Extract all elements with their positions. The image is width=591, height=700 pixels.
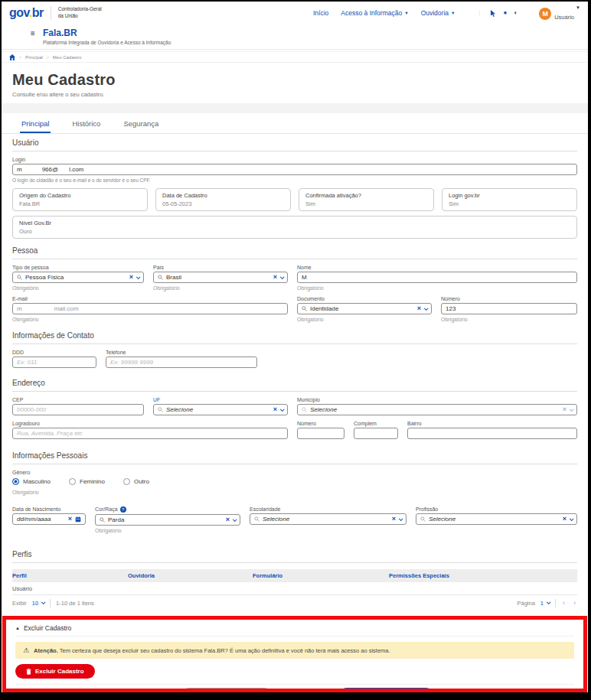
menu-icon[interactable]: ≡ <box>31 29 35 37</box>
section-contato: Informações de Contato <box>12 331 577 344</box>
form-actions <box>15 688 574 692</box>
login-input[interactable]: m966@l.com <box>12 164 577 175</box>
form-content: Usuário Login m966@l.com O login do cida… <box>2 138 588 610</box>
nav-inicio[interactable]: Início <box>313 9 328 17</box>
search-icon <box>302 306 307 311</box>
accessibility-icons: ● ◐ <box>479 10 518 17</box>
pais-select[interactable]: Brasil × <box>153 272 288 283</box>
page-size-select[interactable]: 10 <box>32 600 44 607</box>
home-icon[interactable] <box>9 54 15 60</box>
trash-icon <box>26 669 31 675</box>
ddd-input[interactable] <box>12 357 96 368</box>
complemento-input[interactable] <box>354 428 398 439</box>
chevron-down-icon[interactable] <box>570 516 574 521</box>
contrast-icon[interactable]: ◐ <box>514 10 518 16</box>
org-name: Controladoria-Geral da União <box>51 6 102 20</box>
escolaridade-select[interactable]: Selecione × <box>250 513 407 525</box>
next-page-icon[interactable]: › <box>572 599 577 607</box>
escolaridade-label: Escolaridade <box>250 506 407 512</box>
tab-seguranca[interactable]: Segurança <box>122 116 160 133</box>
clear-icon[interactable]: × <box>563 406 567 413</box>
clear-icon[interactable]: × <box>417 305 421 312</box>
municipio-select[interactable]: Selecione × <box>297 404 577 415</box>
govbr-logo[interactable]: gov.br <box>9 6 44 20</box>
clear-icon[interactable]: × <box>563 516 567 523</box>
nome-label: Nome <box>297 265 577 270</box>
breadcrumb-principal[interactable]: Principal <box>25 55 43 60</box>
clear-icon[interactable]: × <box>226 516 230 523</box>
radio-masculino[interactable]: Masculino <box>12 478 51 485</box>
chevron-down-icon[interactable] <box>424 306 429 311</box>
accessibility-icon[interactable]: ● <box>503 10 507 16</box>
endereco-numero-input[interactable] <box>297 428 344 439</box>
clear-icon[interactable]: × <box>273 274 277 281</box>
cor-raca-select[interactable]: Parda × <box>95 514 240 526</box>
chevron-down-icon[interactable] <box>570 407 574 412</box>
nav-acesso-informacao[interactable]: Acesso à Informação▼ <box>341 9 408 17</box>
tab-principal[interactable]: Principal <box>20 116 51 133</box>
clear-icon[interactable]: × <box>68 516 72 523</box>
card-nivel-govbr: Nível Gov.Br Ouro <box>12 216 577 239</box>
breadcrumb-meu-cadastro[interactable]: Meu Cadastro <box>53 55 82 60</box>
chevron-down-icon[interactable] <box>233 517 237 522</box>
excluir-panel-toggle[interactable]: ▲ Excluir Cadastro <box>15 620 574 637</box>
chevron-down-icon[interactable] <box>280 275 285 279</box>
radio-outro[interactable]: Outro <box>123 478 149 485</box>
calendar-icon[interactable] <box>75 516 81 523</box>
email-input[interactable]: mmail.com <box>12 303 288 314</box>
endereco-numero-label: Número <box>297 421 344 426</box>
documento-label: Documento <box>297 296 432 301</box>
cep-input[interactable] <box>12 404 144 415</box>
tipo-pessoa-select[interactable]: Pessoa Física × <box>12 272 144 283</box>
section-usuario: Usuário <box>12 138 577 151</box>
clear-icon[interactable]: × <box>392 516 396 523</box>
card-origem: Origem do Cadastro Fala.BR <box>12 188 148 211</box>
nascimento-input[interactable]: dd/mm/aaaa × <box>12 513 86 525</box>
help-icon[interactable]: ? <box>120 506 126 513</box>
tipo-pessoa-label: Tipo de pessoa <box>12 265 144 270</box>
profissao-select[interactable]: Selecione × <box>416 513 577 525</box>
search-icon <box>254 516 260 522</box>
login-help: O login do cidadão é o seu e-mail e o do… <box>12 177 577 183</box>
profissao-label: Profissão <box>416 506 577 512</box>
genero-label: Gênero <box>12 470 577 475</box>
nav-ouvidoria[interactable]: Ouvidoria▼ <box>421 9 455 17</box>
logradouro-input[interactable] <box>12 428 288 439</box>
search-icon <box>302 407 307 412</box>
nascimento-label: Data de Nascimento <box>12 506 86 512</box>
clear-icon[interactable]: × <box>273 406 277 413</box>
table-footer: Exibir 10 1-10 de 1 itens Página 1 ‹ › <box>12 595 577 610</box>
documento-select[interactable]: Identidade × <box>297 303 432 314</box>
chevron-down-icon[interactable] <box>136 275 141 279</box>
user-menu[interactable]: M Usuário ▼ <box>539 5 580 21</box>
title-block: Meu Cadastro Consulte e/ou altere o seu … <box>2 63 588 103</box>
cursor-icon[interactable] <box>490 10 496 17</box>
radio-feminino[interactable]: Feminino <box>69 478 105 485</box>
required-hint: Obrigatório <box>12 317 288 322</box>
table-row[interactable]: Usuário <box>12 582 577 595</box>
radio-dot <box>123 478 130 485</box>
clear-icon[interactable]: × <box>129 274 133 281</box>
nome-input[interactable] <box>297 272 577 283</box>
page-select[interactable]: 1 <box>540 600 550 607</box>
doc-numero-input[interactable] <box>441 303 577 314</box>
tab-historico[interactable]: Histórico <box>70 116 102 133</box>
bairro-input[interactable] <box>407 428 577 439</box>
chevron-down-icon[interactable] <box>280 407 285 412</box>
excluir-cadastro-button[interactable]: Excluir Cadastro <box>15 664 95 679</box>
app-title[interactable]: Fala.BR <box>43 28 588 38</box>
required-hint: Obrigatório <box>12 285 144 291</box>
login-label: Login <box>12 157 577 162</box>
cancel-button[interactable] <box>181 688 273 692</box>
search-icon <box>158 407 163 412</box>
user-label: Usuário <box>554 14 574 21</box>
chevron-down-icon[interactable] <box>399 516 403 521</box>
pais-label: País <box>153 265 288 270</box>
telefone-input[interactable] <box>106 357 257 368</box>
submit-button[interactable] <box>338 688 434 692</box>
uf-select[interactable]: Selecione × <box>153 404 288 415</box>
prev-page-icon[interactable]: ‹ <box>561 599 567 607</box>
card-data-cadastro: Data de Cadastro 05-05-2023 <box>155 188 291 211</box>
tab-bar: Principal Histórico Segurança <box>2 116 588 134</box>
section-pessoais: Informações Pessoais <box>12 451 577 464</box>
